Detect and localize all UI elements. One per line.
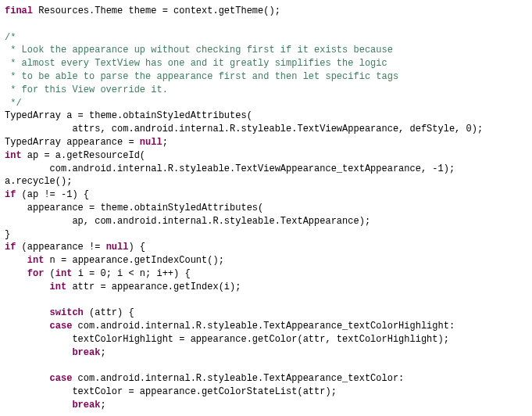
- code-segment: (attr) {: [84, 307, 134, 318]
- code-segment: i = 0; i < n; i++) {: [72, 268, 190, 279]
- code-line: [5, 360, 527, 373]
- code-segment: n = appearance.getIndexCount();: [44, 255, 223, 266]
- code-line: switch (attr) {: [5, 307, 527, 320]
- code-segment: attr = appearance.getIndex(i);: [66, 282, 241, 292]
- code-line: [5, 294, 527, 307]
- code-segment: final: [5, 5, 33, 16]
- code-line: TypedArray a = theme.obtainStyledAttribu…: [5, 109, 527, 123]
- code-segment: [5, 347, 72, 358]
- code-segment: TypedArray appearance =: [5, 137, 140, 148]
- code-segment: int: [5, 150, 22, 161]
- code-segment: [5, 373, 50, 384]
- code-segment: (appearance !=: [16, 242, 105, 253]
- code-segment: null: [106, 242, 129, 253]
- code-line: ap, com.android.internal.R.styleable.Tex…: [5, 215, 527, 228]
- code-segment: if: [5, 242, 16, 253]
- code-line: [5, 18, 527, 31]
- code-segment: ;: [162, 137, 168, 148]
- code-segment: /*: [5, 32, 16, 43]
- code-line: */: [5, 97, 527, 110]
- code-segment: [5, 268, 27, 279]
- code-line: int attr = appearance.getIndex(i);: [5, 281, 527, 294]
- code-segment: [5, 282, 50, 292]
- code-segment: int: [50, 282, 67, 292]
- code-line: textColor = appearance.getColorStateList…: [5, 386, 527, 399]
- code-segment: */: [5, 98, 22, 109]
- code-segment: ap, com.android.internal.R.styleable.Tex…: [5, 216, 370, 227]
- code-segment: ;: [100, 347, 105, 358]
- code-segment: if: [5, 189, 16, 200]
- code-line: int ap = a.getResourceId(: [5, 149, 527, 163]
- code-line: attrs, com.android.internal.R.styleable.…: [5, 123, 527, 136]
- code-segment: null: [140, 137, 162, 148]
- code-segment: (: [44, 268, 55, 279]
- code-segment: [5, 307, 50, 318]
- code-block: final Resources.Theme theme = context.ge…: [5, 5, 527, 416]
- code-segment: Resources.Theme theme = context.getTheme…: [33, 5, 280, 16]
- code-segment: com.android.internal.R.styleable.TextApp…: [72, 321, 455, 332]
- code-segment: }: [5, 229, 10, 240]
- code-line: if (appearance != null) {: [5, 241, 527, 254]
- code-segment: * for this View override it.: [5, 84, 168, 95]
- code-line: appearance = theme.obtainStyledAttribute…: [5, 202, 527, 215]
- code-line: break;: [5, 346, 527, 360]
- code-line: * almost every TextView has one and it g…: [5, 57, 527, 70]
- code-segment: * to be able to parse the appearance fir…: [5, 71, 398, 82]
- code-line: }: [5, 228, 527, 242]
- code-segment: a.recycle();: [5, 176, 72, 187]
- code-line: textColorHighlight = appearance.getColor…: [5, 333, 527, 346]
- code-segment: ) {: [128, 242, 145, 253]
- code-segment: switch: [50, 307, 84, 318]
- code-line: final Resources.Theme theme = context.ge…: [5, 5, 527, 18]
- code-segment: case: [50, 373, 73, 384]
- code-line: break;: [5, 399, 527, 412]
- code-segment: int: [27, 255, 45, 266]
- code-segment: [5, 255, 27, 266]
- code-segment: textColor = appearance.getColorStateList…: [5, 386, 337, 397]
- code-segment: for: [27, 268, 45, 279]
- code-segment: ;: [100, 400, 105, 411]
- code-segment: [5, 400, 72, 411]
- code-segment: break: [72, 347, 100, 358]
- code-line: com.android.internal.R.styleable.TextVie…: [5, 163, 527, 176]
- code-line: int n = appearance.getIndexCount();: [5, 254, 527, 267]
- code-segment: [5, 321, 50, 332]
- code-line: if (ap != -1) {: [5, 188, 527, 202]
- code-segment: * almost every TextView has one and it g…: [5, 58, 387, 69]
- code-segment: ap = a.getResourceId(: [22, 150, 145, 161]
- code-segment: int: [55, 268, 73, 279]
- code-segment: break: [72, 400, 100, 411]
- code-line: /*: [5, 31, 527, 45]
- code-segment: TypedArray a = theme.obtainStyledAttribu…: [5, 110, 252, 121]
- code-line: * Look the appearance up without checkin…: [5, 44, 527, 57]
- code-segment: com.android.internal.R.styleable.TextApp…: [72, 373, 404, 384]
- code-segment: textColorHighlight = appearance.getColor…: [5, 334, 449, 345]
- code-line: * for this View override it.: [5, 84, 527, 97]
- code-line: * to be able to parse the appearance fir…: [5, 70, 527, 84]
- code-line: for (int i = 0; i < n; i++) {: [5, 267, 527, 281]
- code-segment: attrs, com.android.internal.R.styleable.…: [5, 124, 483, 134]
- code-segment: case: [50, 321, 73, 332]
- code-line: case com.android.internal.R.styleable.Te…: [5, 372, 527, 386]
- code-segment: com.android.internal.R.styleable.TextVie…: [5, 163, 455, 174]
- code-line: a.recycle();: [5, 175, 527, 188]
- code-segment: (ap != -1) {: [16, 189, 89, 200]
- code-line: TypedArray appearance = null;: [5, 136, 527, 149]
- code-segment: * Look the appearance up without checkin…: [5, 45, 393, 56]
- code-line: case com.android.internal.R.styleable.Te…: [5, 320, 527, 333]
- code-line: [5, 412, 527, 416]
- code-segment: appearance = theme.obtainStyledAttribute…: [5, 203, 263, 213]
